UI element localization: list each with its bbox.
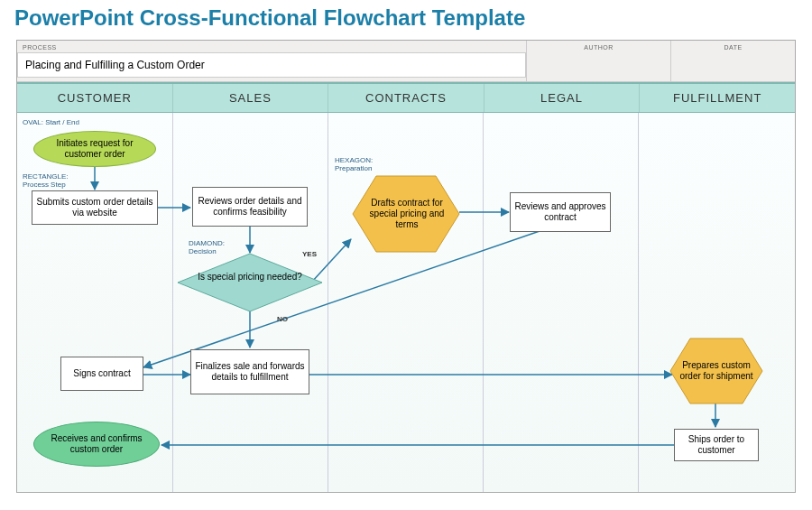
page-title: PowerPoint Cross-Functional Flowchart Te… (0, 0, 812, 40)
svg-marker-11 (178, 254, 322, 311)
node-draft-contract-label: Drafts contract for special pricing and … (365, 185, 448, 243)
hint-hex: HEXAGON: Preparation (335, 156, 373, 172)
meta-date-value[interactable] (671, 52, 795, 76)
lane-header-customer: CUSTOMER (17, 84, 173, 112)
meta-row: PROCESS Placing and Fulfilling a Custom … (17, 41, 795, 82)
node-review-approve: Reviews and approves contract (510, 192, 611, 232)
lane-sep (172, 113, 173, 492)
hint-rect: RECTANGLE: Process Step (23, 172, 69, 189)
meta-author-label: AUTHOR (527, 41, 670, 52)
node-initiate: Initiates request for customer order (33, 131, 156, 167)
node-receives: Receives and confirms custom order (33, 422, 160, 467)
node-finalize: Finalizes sale and forwards details to f… (190, 349, 309, 394)
lanes-body: OVAL: Start / End RECTANGLE: Process Ste… (17, 113, 795, 492)
meta-author-value[interactable] (527, 52, 670, 76)
meta-process-label: PROCESS (17, 41, 526, 52)
node-ships: Ships order to customer (674, 429, 759, 461)
node-submit: Submits custom order details via website (32, 190, 158, 225)
lane-header-legal: LEGAL (484, 84, 641, 112)
meta-date-label: DATE (671, 41, 795, 52)
flowchart-sheet: PROCESS Placing and Fulfilling a Custom … (16, 40, 796, 493)
lane-header-contracts: CONTRACTS (328, 84, 484, 112)
lane-sep (328, 113, 328, 492)
decision-yes-label: YES (302, 250, 317, 258)
node-decision-label: Is special pricing needed? (196, 272, 304, 283)
lane-sep (483, 113, 484, 492)
lane-sep (638, 113, 639, 492)
node-decision (178, 254, 322, 315)
node-review-order: Reviews order details and confirms feasi… (192, 187, 308, 227)
lane-header-sales: SALES (173, 84, 329, 112)
meta-author: AUTHOR (527, 41, 671, 81)
meta-process: PROCESS Placing and Fulfilling a Custom … (17, 41, 527, 81)
node-prepare-label: Prepares custom order for shipment (679, 344, 753, 398)
meta-process-value[interactable]: Placing and Fulfilling a Custom Order (17, 52, 526, 78)
meta-date: DATE (671, 41, 795, 81)
lanes-header: CUSTOMER SALES CONTRACTS LEGAL FULFILLME… (17, 82, 795, 113)
decision-no-label: NO (277, 315, 288, 323)
hint-oval: OVAL: Start / End (23, 118, 79, 126)
node-signs: Signs contract (60, 357, 143, 391)
lane-header-fulfillment: FULFILLMENT (640, 84, 795, 112)
